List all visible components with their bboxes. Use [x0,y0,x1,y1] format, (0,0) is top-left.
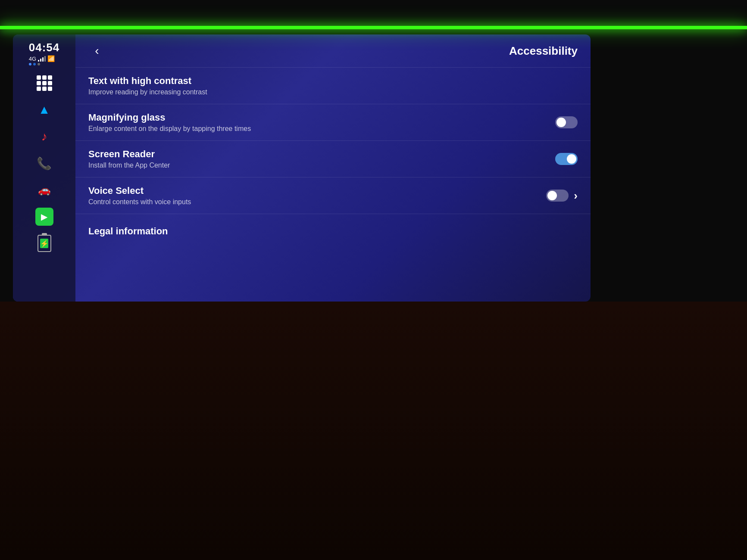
menu-item-text-contrast[interactable]: Text with high contrast Improve reading … [75,67,591,104]
menu-item-right: › [546,189,578,202]
sidebar-item-video[interactable]: ▶ [33,205,56,228]
menu-item-title: Voice Select [88,185,546,196]
header: ‹ Accessibility [75,34,591,67]
car-icon: 🚗 [38,184,51,196]
sidebar: 04:54 4G 📶 [13,34,75,302]
music-icon: ♪ [41,130,47,143]
clock-display: 04:54 [29,41,60,54]
menu-item-text: Voice Select Control contents with voice… [88,185,546,206]
sidebar-item-music[interactable]: ♪ [33,125,56,148]
sidebar-item-apps[interactable] [33,72,56,94]
page-title: Accessibility [114,44,578,58]
battery-icon: ⚡ [38,235,51,252]
signal-bar-4 [44,56,46,62]
signal-label: 4G [29,56,36,62]
apps-grid-icon [37,75,52,91]
led-strip [0,26,747,29]
signal-bars [38,56,46,62]
wifi-icon: 📶 [47,55,55,62]
menu-item-subtitle: Enlarge content on the display by tappin… [88,125,555,133]
menu-item-subtitle: Improve reading by increasing contrast [88,88,578,96]
menu-item-title: Magnifying glass [88,112,555,123]
menu-item-legal-information[interactable]: Legal information [75,214,591,250]
dot-3 [38,63,40,65]
menu-item-subtitle: Install from the App Center [88,162,555,169]
main-screen: 04:54 4G 📶 [13,34,591,302]
sidebar-item-car[interactable]: 🚗 [33,179,56,201]
toggle-knob [556,118,566,127]
signal-bar-2 [40,59,41,62]
chevron-right-icon: › [574,189,578,202]
screen-reader-toggle[interactable] [555,153,578,165]
menu-item-text: Magnifying glass Enlarge content on the … [88,112,555,133]
sidebar-item-battery[interactable]: ⚡ [33,232,56,255]
menu-item-title: Text with high contrast [88,75,578,87]
sidebar-item-navigation[interactable]: ▲ [33,99,56,121]
menu-list: Text with high contrast Improve reading … [75,67,591,302]
toggle-knob [547,191,557,200]
signal-bar-3 [42,57,44,62]
sidebar-item-phone[interactable]: 📞 [33,152,56,174]
main-content: ‹ Accessibility Text with high contrast … [75,34,591,302]
phone-icon: 📞 [37,156,52,171]
menu-item-magnifying-glass[interactable]: Magnifying glass Enlarge content on the … [75,104,591,140]
navigation-icon: ▲ [38,103,50,117]
back-button[interactable]: ‹ [88,42,106,59]
dot-1 [29,63,31,65]
signal-row: 4G 📶 [29,55,60,62]
menu-item-text: Text with high contrast Improve reading … [88,75,578,96]
menu-item-text: Legal information [88,226,578,239]
menu-item-title: Screen Reader [88,149,555,160]
menu-item-voice-select[interactable]: Voice Select Control contents with voice… [75,177,591,214]
menu-item-text: Screen Reader Install from the App Cente… [88,149,555,169]
menu-item-title: Legal information [88,226,578,237]
lightning-icon: ⚡ [40,240,49,248]
toggle-knob [567,154,576,164]
dot-2 [33,63,36,65]
time-block: 04:54 4G 📶 [29,41,60,65]
car-interior-bg [0,302,747,560]
menu-item-right [555,116,578,128]
menu-item-right [555,153,578,165]
signal-bar-1 [38,60,39,62]
magnifying-glass-toggle[interactable] [555,116,578,128]
menu-item-screen-reader[interactable]: Screen Reader Install from the App Cente… [75,140,591,177]
menu-item-subtitle: Control contents with voice inputs [88,198,546,206]
voice-select-toggle[interactable] [546,190,569,202]
video-icon: ▶ [35,208,53,226]
status-dots [29,63,60,65]
